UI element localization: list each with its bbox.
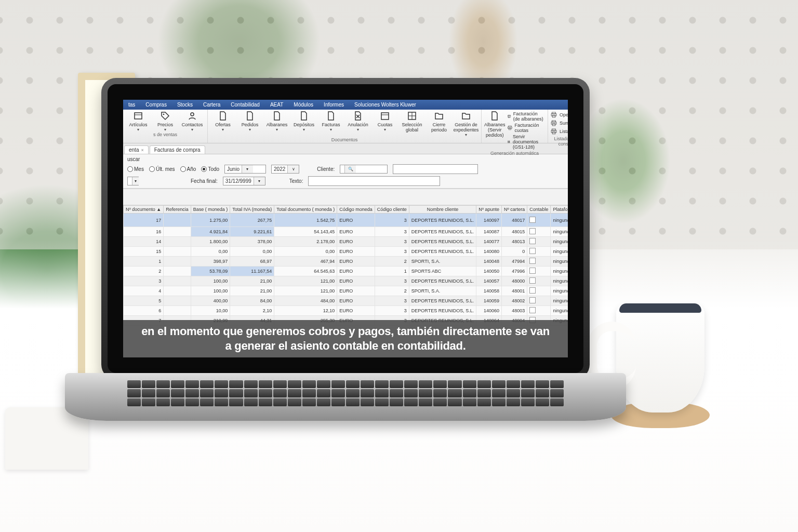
- table-row[interactable]: 253.78,0911.167,5464.545,63EURO1SPORTS A…: [124, 267, 568, 276]
- svg-rect-12: [508, 126, 511, 127]
- contable-checkbox[interactable]: [529, 248, 536, 254]
- search-panel: uscar MesÚlt. mesAñoTodoJunio▾2022∨Clien…: [123, 154, 568, 189]
- ribbon-cuotas[interactable]: Cuotas▾: [372, 111, 398, 137]
- cliente-lookup[interactable]: 🔍: [340, 165, 388, 174]
- svg-rect-20: [552, 115, 555, 117]
- svg-rect-17: [509, 141, 510, 143]
- svg-point-2: [163, 114, 165, 115]
- ribbon-selecci-n-global[interactable]: Selección global: [399, 111, 425, 137]
- ribbon-anulaci-n[interactable]: Anulación▾: [345, 111, 371, 137]
- main-menu: tasComprasStocksCarteraContabilidadAEATM…: [123, 100, 568, 110]
- cliente-name-input[interactable]: [393, 164, 478, 174]
- menu-item[interactable]: AEAT: [265, 102, 288, 108]
- table-row[interactable]: 4100,0021,00121,00EURO2SPORTI, S.A.14005…: [124, 286, 568, 296]
- small-combo[interactable]: ▾: [127, 177, 139, 185]
- contable-checkbox[interactable]: [529, 217, 536, 223]
- svg-rect-10: [508, 116, 511, 117]
- contable-checkbox[interactable]: [529, 287, 536, 294]
- year-combo[interactable]: 2022∨: [271, 165, 299, 174]
- contable-checkbox[interactable]: [529, 297, 536, 303]
- column-header[interactable]: Total IVA (moneda): [230, 206, 274, 214]
- column-header[interactable]: Nombre cliente: [409, 206, 476, 214]
- ribbon-group-label: Documentos: [210, 137, 479, 143]
- column-header[interactable]: Referencia: [164, 206, 191, 214]
- menu-item[interactable]: Compras: [140, 102, 172, 108]
- table-row[interactable]: 150,000,000,00EURO3DEPORTES REUNIDOS, S.…: [124, 247, 568, 257]
- column-header[interactable]: Base ( moneda ): [191, 206, 230, 214]
- grid-wrapper: Nº documento ▲ReferenciaBase ( moneda )T…: [123, 205, 568, 326]
- contable-checkbox[interactable]: [529, 277, 536, 284]
- radio--lt-mes[interactable]: Últ. mes: [149, 166, 175, 172]
- contable-checkbox[interactable]: [529, 258, 536, 264]
- ribbon-albaranes-servir-pedidos-[interactable]: Albaranes (Servir pedidos): [484, 111, 506, 150]
- table-row[interactable]: 164.921,849.221,6154.143,45EURO3DEPORTES…: [124, 227, 568, 237]
- radio-a-o[interactable]: Año: [180, 166, 196, 172]
- ribbon-precios[interactable]: Precios▾: [152, 111, 178, 131]
- radio-mes[interactable]: Mes: [127, 166, 144, 172]
- ribbon-art-culos[interactable]: Artículos▾: [125, 111, 151, 131]
- table-row[interactable]: 5400,0084,00484,00EURO3DEPORTES REUNIDOS…: [124, 296, 568, 306]
- panel-spacer: [123, 189, 568, 205]
- svg-rect-14: [509, 128, 511, 130]
- svg-rect-26: [552, 132, 555, 134]
- ribbon-cierre-periodo[interactable]: Cierre periodo: [426, 111, 452, 137]
- ribbon-line[interactable]: Facturación cuotas: [507, 122, 546, 134]
- menu-item[interactable]: tas: [123, 102, 140, 108]
- table-row[interactable]: 3100,0021,00121,00EURO3DEPORTES REUNIDOS…: [124, 276, 568, 286]
- ribbon-line[interactable]: Operacio: [550, 111, 568, 119]
- svg-rect-19: [551, 114, 556, 116]
- texto-input[interactable]: [308, 176, 440, 186]
- menu-item[interactable]: Cartera: [198, 102, 225, 108]
- menu-item[interactable]: Informes: [318, 102, 349, 108]
- ribbon-line[interactable]: Suministr: [550, 119, 568, 127]
- grid-header-row[interactable]: Nº documento ▲ReferenciaBase ( moneda )T…: [124, 206, 568, 214]
- svg-rect-11: [508, 116, 510, 117]
- menu-item[interactable]: Contabilidad: [225, 102, 265, 108]
- table-row[interactable]: 610,002,1012,10EURO3DEPORTES REUNIDOS, S…: [124, 306, 568, 316]
- ribbon-dep-sitos[interactable]: Depósitos▾: [291, 111, 317, 137]
- video-subtitle: en el momento que generemos cobros y pag…: [123, 320, 568, 357]
- contable-checkbox[interactable]: [529, 238, 536, 244]
- table-row[interactable]: 141.800,00378,002.178,00EURO3DEPORTES RE…: [124, 237, 568, 247]
- ribbon-line[interactable]: Servir documentos (GS1-128): [507, 134, 546, 150]
- column-header[interactable]: Contable: [527, 206, 551, 214]
- ribbon-pedidos[interactable]: Pedidos▾: [237, 111, 263, 137]
- column-header[interactable]: Total documento ( moneda ): [274, 206, 337, 214]
- svg-rect-24: [552, 129, 556, 130]
- svg-rect-23: [552, 124, 555, 126]
- month-combo[interactable]: Junio▾: [224, 165, 266, 174]
- ribbon-ofertas[interactable]: Ofertas▾: [210, 111, 236, 137]
- column-header[interactable]: Nº apunte: [476, 206, 502, 214]
- cliente-label: Cliente:: [317, 166, 335, 172]
- coffee-cup: [616, 303, 704, 413]
- table-row[interactable]: 171.275,00267,751.542,75EURO3DEPORTES RE…: [124, 214, 568, 227]
- column-header[interactable]: Plataforma de envío: [551, 206, 568, 214]
- ribbon-gesti-n-de-expedientes[interactable]: Gestión de expedientes▾: [453, 111, 479, 137]
- radio-todo[interactable]: Todo: [201, 166, 219, 172]
- contable-checkbox[interactable]: [529, 268, 536, 274]
- invoices-grid[interactable]: Nº documento ▲ReferenciaBase ( moneda )T…: [123, 205, 568, 326]
- ribbon-line[interactable]: Listados: [550, 127, 568, 136]
- laptop: tasComprasStocksCarteraContabilidadAEATM…: [101, 78, 590, 421]
- ribbon: Artículos▾Precios▾Contactos▾s de ventasO…: [123, 110, 568, 143]
- close-icon[interactable]: ×: [141, 148, 143, 153]
- ribbon-contactos[interactable]: Contactos▾: [179, 111, 205, 131]
- menu-item[interactable]: Soluciones Wolters Kluwer: [349, 102, 421, 108]
- contable-checkbox[interactable]: [529, 228, 536, 234]
- menu-item[interactable]: Módulos: [288, 102, 318, 108]
- texto-label: Texto:: [289, 178, 303, 184]
- fecha-final-input[interactable]: 31/12/9999▾: [223, 177, 265, 185]
- tab-label: enta: [129, 147, 139, 153]
- ribbon-facturas[interactable]: Facturas▾: [318, 111, 344, 137]
- column-header[interactable]: Nº documento ▲: [124, 206, 164, 214]
- ribbon-line[interactable]: Facturación (de albaranes): [507, 111, 546, 122]
- column-header[interactable]: Código cliente: [375, 206, 409, 214]
- menu-item[interactable]: Stocks: [172, 102, 198, 108]
- column-header[interactable]: Código moneda: [337, 206, 375, 214]
- ribbon-albaranes[interactable]: Albaranes▾: [264, 111, 290, 137]
- table-row[interactable]: 1398,9768,97467,94EURO2SPORTI, S.A.14004…: [124, 257, 568, 267]
- tab-facturas-compra[interactable]: Facturas de compra: [150, 145, 205, 154]
- contable-checkbox[interactable]: [529, 307, 536, 313]
- tab-venta[interactable]: enta ×: [124, 145, 149, 154]
- column-header[interactable]: Nº cartera: [502, 206, 527, 214]
